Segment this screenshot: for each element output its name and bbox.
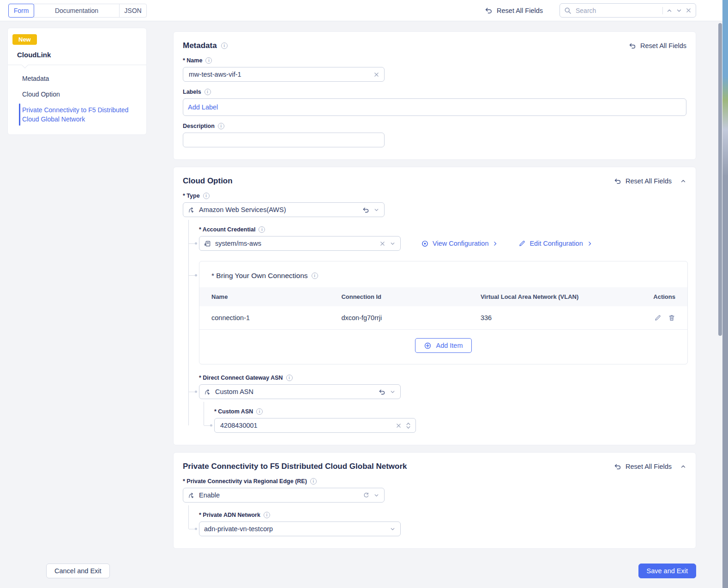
- account-credential-value: system/ms-aws: [215, 240, 375, 247]
- type-select[interactable]: Amazon Web Services(AWS): [183, 202, 385, 217]
- adn-value: adn-private-vn-testcorp: [204, 525, 385, 533]
- sidebar-nav: Metadata Cloud Option Private Connectivi…: [8, 71, 146, 127]
- reset-field-icon[interactable]: [362, 206, 369, 213]
- delete-row-icon[interactable]: [668, 314, 675, 321]
- save-and-exit-button[interactable]: Save and Exit: [638, 564, 696, 578]
- metadata-card: Metadata Reset All Fields * Name: [173, 31, 696, 160]
- chevron-down-icon[interactable]: [390, 526, 396, 532]
- search-divider: [662, 7, 663, 14]
- description-input[interactable]: [188, 136, 379, 144]
- edit-row-icon[interactable]: [654, 314, 662, 321]
- dcg-asn-select[interactable]: Custom ASN: [199, 384, 401, 399]
- plus-circle-icon: [424, 342, 432, 350]
- custom-asn-label: * Custom ASN: [214, 408, 253, 415]
- tab-form[interactable]: Form: [8, 4, 34, 18]
- name-label: * Name: [183, 57, 202, 64]
- number-stepper[interactable]: [406, 422, 411, 429]
- view-icon: [421, 240, 429, 248]
- chevron-down-icon[interactable]: [373, 207, 379, 213]
- adn-select[interactable]: adn-private-vn-testcorp: [199, 521, 401, 536]
- dcg-asn-block: * Direct Connect Gateway ASN Custom ASN: [199, 375, 686, 433]
- tree-line: [204, 402, 204, 425]
- sidebar-item-private-connectivity[interactable]: Private Connectivity to F5 Distributed C…: [8, 102, 142, 127]
- footer-actions: Cancel and Exit Save and Exit: [46, 564, 696, 578]
- re-children-group: * Private ADN Network adn-private-vn-tes…: [199, 512, 686, 536]
- search-close-icon[interactable]: [686, 7, 692, 13]
- panel-scrollbar[interactable]: [718, 23, 722, 336]
- info-icon[interactable]: [264, 512, 270, 518]
- search-input[interactable]: [575, 6, 659, 15]
- tab-documentation[interactable]: Documentation: [34, 4, 120, 18]
- info-icon[interactable]: [203, 193, 210, 199]
- search-icon: [564, 7, 572, 14]
- labels-label: Labels: [183, 89, 201, 95]
- name-input[interactable]: [188, 70, 369, 79]
- chevron-down-icon[interactable]: [373, 492, 379, 498]
- tree-line: [188, 505, 189, 529]
- labels-field[interactable]: Add Label: [183, 98, 686, 116]
- reset-all-fields-button[interactable]: Reset All Fields: [485, 6, 543, 14]
- info-icon[interactable]: [312, 273, 318, 279]
- refresh-icon[interactable]: [363, 492, 369, 498]
- info-icon[interactable]: [218, 123, 224, 129]
- tab-json[interactable]: JSON: [119, 4, 147, 18]
- private-connectivity-card: Private Connectivity to F5 Distributed C…: [173, 452, 696, 549]
- view-configuration-link[interactable]: View Configuration: [421, 240, 498, 248]
- info-icon[interactable]: [205, 57, 212, 64]
- custom-asn-field: [214, 418, 416, 433]
- edit-configuration-link[interactable]: Edit Configuration: [518, 240, 592, 247]
- one-of-branch-icon: [204, 388, 211, 395]
- adn-label: * Private ADN Network: [199, 512, 260, 518]
- dcg-asn-label: * Direct Connect Gateway ASN: [199, 375, 283, 381]
- add-item-button[interactable]: Add Item: [415, 338, 471, 353]
- row-connection-id: dxcon-fg70rrji: [341, 314, 481, 321]
- info-icon[interactable]: [256, 408, 263, 415]
- chevron-right-icon: [492, 241, 498, 247]
- one-of-branch-icon: [188, 206, 195, 213]
- clear-name-icon[interactable]: [373, 72, 379, 78]
- byoc-title: * Bring Your Own Connections: [211, 272, 308, 280]
- sidebar-item-metadata[interactable]: Metadata: [8, 71, 146, 86]
- one-of-branch-icon: [188, 492, 195, 499]
- sidebar-item-cloud-option[interactable]: Cloud Option: [8, 86, 146, 102]
- clear-field-icon[interactable]: [379, 241, 385, 247]
- private-connectivity-title: Private Connectivity to F5 Distributed C…: [183, 462, 407, 471]
- description-field: [183, 133, 385, 147]
- background-page-edge: [722, 0, 728, 588]
- type-label: * Type: [183, 193, 200, 199]
- metadata-reset-button[interactable]: Reset All Fields: [629, 42, 686, 49]
- sidebar-notch: [22, 62, 28, 68]
- account-credential-select[interactable]: system/ms-aws: [199, 236, 401, 251]
- info-icon[interactable]: [310, 478, 317, 485]
- search-next-icon[interactable]: [676, 7, 682, 14]
- reset-field-icon[interactable]: [379, 388, 385, 395]
- chevron-down-icon[interactable]: [390, 241, 396, 247]
- private-connectivity-reset-button[interactable]: Reset All Fields: [614, 463, 672, 470]
- description-label: Description: [183, 123, 215, 129]
- top-bar: Form Documentation JSON Reset All Fields: [0, 0, 722, 21]
- edit-pencil-icon: [518, 240, 526, 247]
- info-icon[interactable]: [286, 375, 293, 381]
- add-label-placeholder[interactable]: Add Label: [188, 103, 218, 111]
- search-prev-icon[interactable]: [666, 7, 673, 14]
- cancel-and-exit-button[interactable]: Cancel and Exit: [46, 564, 110, 578]
- clear-field-icon[interactable]: [396, 423, 402, 429]
- custom-asn-input[interactable]: [219, 421, 391, 430]
- metadata-title: Metadata: [183, 41, 217, 50]
- sidebar-divider: [8, 65, 146, 65]
- column-actions: Actions: [629, 293, 675, 300]
- custom-asn-group: * Custom ASN: [214, 408, 686, 433]
- undo-icon: [614, 177, 621, 185]
- new-badge: New: [12, 34, 37, 45]
- info-icon[interactable]: [259, 226, 265, 233]
- type-children-group: * Account Credential system/ms-aws: [199, 226, 686, 433]
- cloud-option-reset-button[interactable]: Reset All Fields: [614, 177, 672, 185]
- collapse-section-icon[interactable]: [680, 178, 686, 184]
- info-icon[interactable]: [205, 89, 211, 95]
- chevron-down-icon[interactable]: [390, 389, 396, 395]
- re-select[interactable]: Enable: [183, 488, 385, 503]
- info-icon[interactable]: [221, 42, 228, 49]
- collapse-section-icon[interactable]: [680, 463, 686, 470]
- column-vlan: Virtual Local Area Network (VLAN): [481, 293, 629, 300]
- dcg-asn-value: Custom ASN: [215, 388, 374, 395]
